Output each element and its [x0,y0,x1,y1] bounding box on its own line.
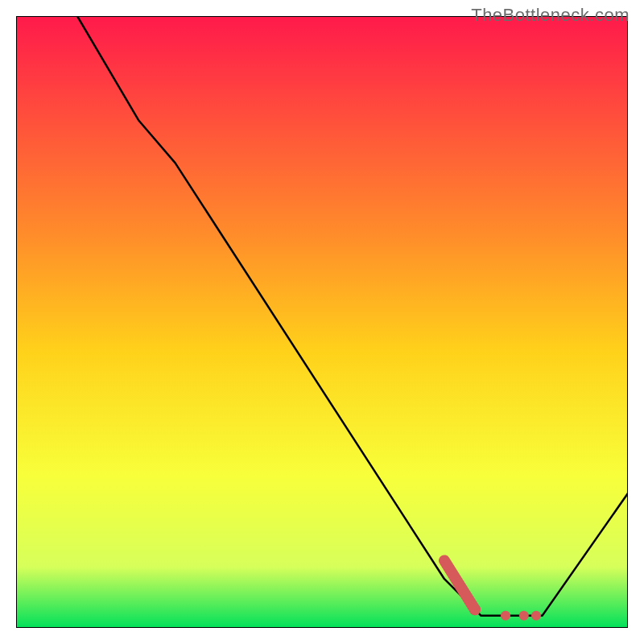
svg-point-3 [531,611,541,621]
svg-point-2 [519,611,529,621]
svg-point-1 [501,611,510,621]
svg-point-0 [469,604,481,615]
gradient-background [16,16,628,628]
watermark-text: TheBottleneck.com [471,5,630,26]
bottleneck-chart [16,16,628,628]
plot-area [16,16,628,628]
